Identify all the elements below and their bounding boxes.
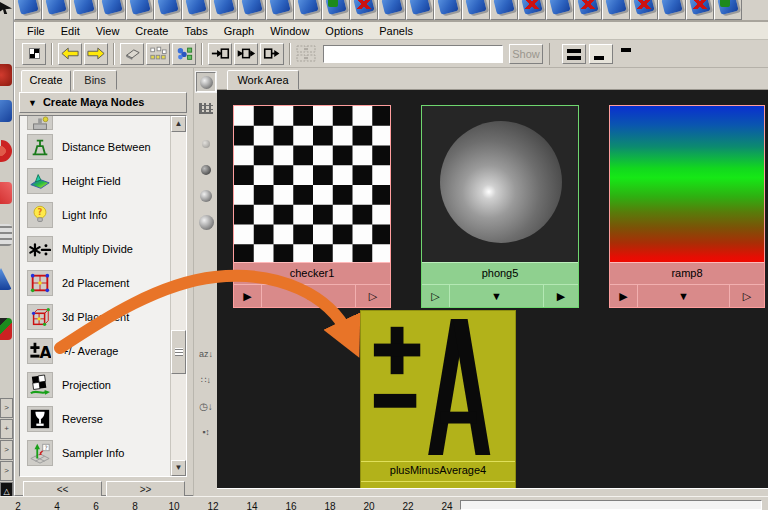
- timeline-strip[interactable]: 2 4 6 8 10 12 14 16 18 20 22 24: [0, 496, 768, 510]
- list-item-sampler-info[interactable]: ? Sampler Info: [21, 436, 169, 470]
- list-item-partial[interactable]: [21, 116, 169, 130]
- layout-shortcut-button[interactable]: >: [0, 398, 13, 418]
- shelf-button[interactable]: [42, 0, 70, 20]
- layout-shortcut-button[interactable]: +: [0, 419, 13, 439]
- sort-by-type-icon[interactable]: ∷↓: [196, 370, 216, 390]
- expand-button[interactable]: ▼: [637, 285, 729, 307]
- forward-arrow-icon: [87, 47, 105, 60]
- menu-file[interactable]: File: [19, 24, 53, 38]
- layout-split-button[interactable]: [562, 44, 586, 64]
- back-button[interactable]: [58, 43, 82, 65]
- sort-by-time-icon[interactable]: ◷↓: [196, 396, 216, 416]
- create-maya-nodes-header[interactable]: ▼Create Maya Nodes: [19, 92, 187, 113]
- node-checker1[interactable]: checker1 ▶ ▼ ▷: [233, 105, 391, 308]
- shelf-button[interactable]: [462, 0, 490, 20]
- graph-materials-button[interactable]: [146, 43, 170, 65]
- input-arrow-button[interactable]: ▶: [610, 285, 637, 307]
- menu-create[interactable]: Create: [127, 24, 176, 38]
- input-connections-button[interactable]: [208, 43, 232, 65]
- show-button[interactable]: Show: [509, 44, 543, 64]
- shelf-button[interactable]: [630, 0, 658, 20]
- shelf-button[interactable]: [238, 0, 266, 20]
- forward-button[interactable]: [84, 43, 108, 65]
- layout-shortcut-button[interactable]: >: [0, 440, 13, 460]
- swatch-checker-button[interactable]: [22, 43, 46, 65]
- shelf-button[interactable]: [406, 0, 434, 20]
- list-item-projection[interactable]: Projection: [21, 368, 169, 402]
- shelf-button[interactable]: [266, 0, 294, 20]
- tab-bins[interactable]: Bins: [73, 70, 117, 90]
- sort-by-size-icon[interactable]: ▪↕: [196, 422, 216, 442]
- list-item-multiply-divide[interactable]: Multiply Divide: [21, 232, 169, 266]
- list-item-light-info[interactable]: ? Light Info: [21, 198, 169, 232]
- shelf-button[interactable]: [322, 0, 350, 20]
- shelf-button[interactable]: [658, 0, 686, 20]
- menu-options[interactable]: Options: [317, 24, 371, 38]
- layout-bottom-pane-button[interactable]: [589, 44, 613, 64]
- work-area-canvas[interactable]: checker1 ▶ ▼ ▷ phong5 ▷ ▼ ▶ ramp8: [217, 90, 768, 488]
- shelf-button[interactable]: [546, 0, 574, 20]
- shelf-button[interactable]: [182, 0, 210, 20]
- rearrange-graph-button[interactable]: [172, 43, 196, 65]
- input-output-connections-button[interactable]: [234, 43, 258, 65]
- shelf-button[interactable]: [70, 0, 98, 20]
- shelf-button[interactable]: [350, 0, 378, 20]
- menu-edit[interactable]: Edit: [53, 24, 88, 38]
- layout-shortcut-button[interactable]: >: [0, 461, 13, 481]
- list-item-height-field[interactable]: Height Field: [21, 164, 169, 198]
- range-slider-field[interactable]: [460, 500, 762, 510]
- shelf-button[interactable]: [602, 0, 630, 20]
- menu-panels[interactable]: Panels: [371, 24, 421, 38]
- shelf-button[interactable]: [574, 0, 602, 20]
- shelf-button[interactable]: [686, 0, 714, 20]
- clear-graph-button[interactable]: [120, 43, 144, 65]
- input-arrow-button[interactable]: ▶: [234, 285, 261, 307]
- filter-input[interactable]: [323, 45, 503, 63]
- shelf-button[interactable]: [126, 0, 154, 20]
- shelf-button[interactable]: [434, 0, 462, 20]
- node-plusMinusAverage4[interactable]: plusMinusAverage4: [360, 310, 516, 488]
- scrollbar-thumb[interactable]: [171, 330, 186, 374]
- scroll-up-button[interactable]: ▲: [171, 116, 186, 132]
- menu-tabs[interactable]: Tabs: [176, 24, 215, 38]
- menu-graph[interactable]: Graph: [216, 24, 263, 38]
- menu-view[interactable]: View: [88, 24, 128, 38]
- shelf-button[interactable]: [518, 0, 546, 20]
- list-item-plus-minus-average[interactable]: A +/- Average: [21, 334, 169, 368]
- output-arrow-button[interactable]: ▷: [729, 285, 764, 307]
- shelf-button[interactable]: [210, 0, 238, 20]
- list-scrollbar[interactable]: ▲ ▼: [170, 116, 186, 476]
- shelf-button[interactable]: [378, 0, 406, 20]
- output-connections-button[interactable]: [260, 43, 284, 65]
- menu-window[interactable]: Window: [262, 24, 317, 38]
- list-item-distance-between[interactable]: Distance Between: [21, 130, 169, 164]
- output-arrow-button[interactable]: ▷: [355, 285, 390, 307]
- output-arrow-button[interactable]: ▶: [543, 285, 578, 307]
- polygon-tool-icon: [661, 0, 682, 15]
- medium-swatch-icon[interactable]: [196, 160, 216, 180]
- list-view-icon[interactable]: [196, 98, 216, 118]
- shelf-button[interactable]: [154, 0, 182, 20]
- scroll-down-button[interactable]: ▼: [171, 460, 186, 476]
- sort-alphabetical-icon[interactable]: az↓: [196, 344, 216, 364]
- render-swatch-icon[interactable]: [196, 72, 216, 92]
- shelf-button[interactable]: [490, 0, 518, 20]
- shelf-button[interactable]: [14, 0, 42, 20]
- shelf-button[interactable]: [294, 0, 322, 20]
- input-arrow-button[interactable]: ▷: [422, 285, 449, 307]
- extra-large-swatch-icon[interactable]: [196, 212, 216, 232]
- node-ramp8[interactable]: ramp8 ▶ ▼ ▷: [609, 105, 765, 308]
- list-item-reverse[interactable]: Reverse: [21, 402, 169, 436]
- expand-button[interactable]: ▼: [261, 285, 355, 307]
- expand-button[interactable]: ▼: [449, 285, 543, 307]
- tab-work-area[interactable]: Work Area: [227, 70, 299, 90]
- small-swatch-icon[interactable]: [196, 134, 216, 154]
- list-item-2d-placement[interactable]: 2d Placement: [21, 266, 169, 300]
- large-swatch-icon[interactable]: [196, 186, 216, 206]
- shelf-button[interactable]: [714, 0, 742, 20]
- list-item-3d-placement[interactable]: 3d Placement: [21, 300, 169, 334]
- shelf-button[interactable]: [98, 0, 126, 20]
- tab-create[interactable]: Create: [21, 70, 71, 92]
- layout-top-pane-button[interactable]: [616, 44, 640, 64]
- node-phong5[interactable]: phong5 ▷ ▼ ▶: [421, 105, 579, 308]
